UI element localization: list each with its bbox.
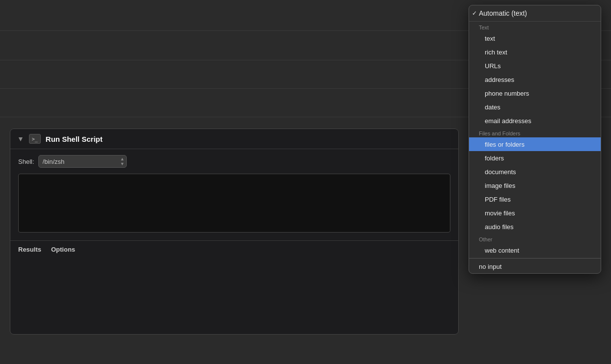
dropdown-item-rich-text[interactable]: rich text [469, 45, 601, 59]
dropdown-item-text[interactable]: text [469, 31, 601, 45]
dropdown-item-dates[interactable]: dates [469, 100, 601, 114]
dropdown-item-automatic[interactable]: Automatic (text) [469, 5, 601, 22]
shell-select-wrapper: /bin/zsh /bin/bash /bin/sh ▲ ▼ [38, 155, 127, 168]
dropdown-item-addresses[interactable]: addresses [469, 73, 601, 86]
shell-row: Shell: /bin/zsh /bin/bash /bin/sh ▲ ▼ [18, 155, 450, 168]
shell-select[interactable]: /bin/zsh /bin/bash /bin/sh [38, 155, 127, 168]
dropdown-item-no-input[interactable]: no input [469, 260, 601, 273]
shell-script-card: ▼ >_ Run Shell Script Shell: /bin/zsh /b… [10, 129, 459, 335]
card-title: Run Shell Script [46, 135, 103, 143]
options-tab[interactable]: Options [51, 246, 75, 253]
shell-label: Shell: [18, 158, 34, 165]
results-tab[interactable]: Results [18, 246, 41, 253]
collapse-button[interactable]: ▼ [17, 135, 24, 143]
dropdown-item-web-content[interactable]: web content [469, 243, 601, 257]
shell-stepper-icon: ▲ ▼ [120, 157, 125, 166]
dropdown-item-phone-numbers[interactable]: phone numbers [469, 86, 601, 100]
card-footer: Results Options [10, 240, 458, 258]
dropdown-item-files-or-folders[interactable]: files or folders [469, 137, 601, 151]
section-header-text: Text [469, 22, 601, 31]
dropdown-divider-bottom [469, 258, 601, 259]
dropdown-item-audio-files[interactable]: audio files [469, 220, 601, 234]
dropdown-item-urls[interactable]: URLs [469, 59, 601, 73]
dropdown-item-image-files[interactable]: image files [469, 179, 601, 192]
automatic-text-label: Automatic (text) [479, 9, 527, 17]
dropdown-item-email-addresses[interactable]: email addresses [469, 114, 601, 128]
section-header-other: Other [469, 234, 601, 243]
card-header: ▼ >_ Run Shell Script [10, 129, 458, 149]
card-body: Shell: /bin/zsh /bin/bash /bin/sh ▲ ▼ [10, 149, 458, 240]
section-header-files: Files and Folders [469, 128, 601, 137]
script-textarea[interactable] [18, 174, 450, 233]
dropdown-item-pdf-files[interactable]: PDF files [469, 192, 601, 206]
dropdown-item-folders[interactable]: folders [469, 151, 601, 165]
dropdown-item-movie-files[interactable]: movie files [469, 206, 601, 220]
terminal-icon: >_ [29, 134, 41, 144]
dropdown-item-documents[interactable]: documents [469, 165, 601, 179]
dropdown-menu: Automatic (text) Text text rich text URL… [469, 5, 601, 274]
